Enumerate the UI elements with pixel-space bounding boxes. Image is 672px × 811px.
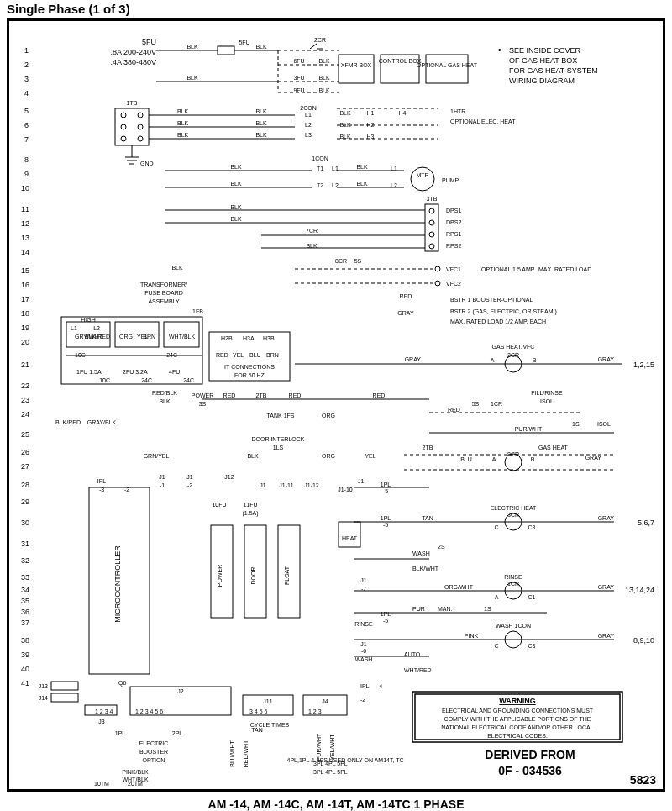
- svg-text:J4: J4: [322, 698, 328, 704]
- row-numbers-left: 1 2 3 4 5 6 7 8 9 10 11 12 13 14 15 16 1…: [21, 46, 29, 687]
- ipl-right: [354, 487, 614, 656]
- svg-text:18: 18: [21, 309, 29, 318]
- svg-text:BLK: BLK: [255, 120, 267, 126]
- svg-point-119: [411, 167, 434, 191]
- svg-text:-7: -7: [361, 586, 366, 592]
- svg-text:ISOL: ISOL: [597, 421, 611, 427]
- svg-text:22: 22: [21, 382, 29, 390]
- svg-text:H1: H1: [367, 110, 375, 116]
- svg-text:.4A 380-480V: .4A 380-480V: [110, 58, 156, 66]
- svg-text:ORG: ORG: [119, 334, 133, 340]
- derived-from-value: 0F - 034536: [498, 764, 562, 777]
- svg-text:RED/WHT: RED/WHT: [243, 740, 249, 767]
- svg-text:HEAT: HEAT: [342, 535, 358, 541]
- svg-text:23: 23: [21, 396, 29, 404]
- svg-text:WHT/RED: WHT/RED: [404, 667, 432, 673]
- svg-point-139: [429, 220, 434, 225]
- svg-text:PINK/BLK: PINK/BLK: [122, 769, 149, 775]
- svg-text:14: 14: [21, 248, 29, 256]
- svg-text:5S: 5S: [354, 258, 362, 264]
- svg-text:12: 12: [21, 219, 29, 228]
- svg-text:J1-12: J1-12: [304, 482, 319, 488]
- svg-text:FOR GAS HEAT SYSTEM: FOR GAS HEAT SYSTEM: [509, 66, 598, 75]
- svg-text:A: A: [492, 456, 496, 462]
- svg-text:24C: 24C: [183, 377, 194, 383]
- svg-text:6: 6: [24, 121, 29, 129]
- svg-text:HIGH: HIGH: [81, 317, 96, 323]
- svg-text:L1: L1: [71, 325, 77, 331]
- svg-text:BLK: BLK: [247, 453, 259, 459]
- svg-point-79: [138, 113, 143, 118]
- svg-text:BLK: BLK: [255, 44, 267, 50]
- ref-30: 5,6,7: [638, 519, 654, 527]
- svg-text:BLK: BLK: [339, 110, 351, 116]
- svg-text:41: 41: [21, 679, 29, 687]
- ref-21: 1,2,15: [633, 361, 654, 369]
- svg-text:2CR: 2CR: [314, 37, 326, 43]
- svg-text:11: 11: [21, 205, 29, 213]
- svg-text:38: 38: [21, 636, 29, 645]
- svg-text:WASH: WASH: [355, 656, 373, 662]
- svg-text:BLK: BLK: [230, 164, 242, 170]
- svg-text:OPTION: OPTION: [143, 757, 165, 763]
- svg-text:A: A: [491, 357, 495, 363]
- svg-text:RINSE: RINSE: [504, 574, 522, 580]
- svg-text:ORG: ORG: [322, 413, 335, 419]
- svg-rect-133: [425, 204, 438, 251]
- svg-text:L2: L2: [332, 182, 339, 188]
- svg-text:3S: 3S: [199, 401, 207, 407]
- svg-text:7CR: 7CR: [306, 228, 318, 234]
- svg-text:GRN/YEL: GRN/YEL: [144, 453, 170, 459]
- svg-text:RED: RED: [400, 293, 412, 299]
- svg-point-141: [429, 244, 434, 249]
- svg-text:-6: -6: [361, 648, 366, 654]
- svg-text:BRN: BRN: [143, 334, 155, 340]
- svg-text:MAN.: MAN.: [438, 606, 453, 612]
- svg-text:.8A 200-240V: .8A 200-240V: [110, 48, 156, 56]
- svg-text:ELECTRICAL CODES.: ELECTRICAL CODES.: [487, 733, 548, 739]
- svg-point-80: [121, 124, 126, 129]
- svg-text:BLK: BLK: [339, 134, 351, 140]
- svg-text:1FB: 1FB: [192, 308, 203, 314]
- svg-text:GRAY: GRAY: [598, 633, 615, 639]
- svg-text:32: 32: [21, 556, 29, 565]
- svg-text:MAX. RATED LOAD 1/2 AMP, EACH: MAX. RATED LOAD 1/2 AMP, EACH: [450, 319, 546, 324]
- svg-text:9: 9: [24, 170, 29, 178]
- top-rows: [156, 44, 468, 92]
- svg-rect-60: [339, 55, 374, 83]
- svg-text:BLK: BLK: [339, 122, 351, 128]
- svg-text:XFMR BOX: XFMR BOX: [341, 62, 372, 68]
- svg-text:2TB: 2TB: [423, 445, 433, 450]
- svg-text:L2: L2: [391, 182, 397, 188]
- svg-text:YEL: YEL: [233, 352, 244, 358]
- svg-text:35: 35: [21, 597, 29, 605]
- svg-text:OF GAS HEAT BOX: OF GAS HEAT BOX: [509, 56, 577, 65]
- svg-text:PUMP: PUMP: [442, 177, 459, 183]
- svg-text:BRN: BRN: [266, 352, 279, 358]
- svg-text:ELECTRIC HEAT: ELECTRIC HEAT: [491, 505, 537, 511]
- fuse-header: 5FU .8A 200-240V .4A 380-480V: [110, 38, 156, 66]
- svg-text:BLK: BLK: [318, 58, 330, 64]
- svg-rect-77: [115, 108, 149, 145]
- svg-text:J12: J12: [224, 474, 234, 480]
- svg-text:BLK: BLK: [177, 120, 189, 126]
- svg-text:H2: H2: [367, 122, 375, 128]
- svg-text:FUSE BOARD: FUSE BOARD: [144, 290, 183, 296]
- svg-text:YEL/WHT: YEL/WHT: [329, 734, 335, 761]
- svg-text:8CR: 8CR: [507, 451, 519, 457]
- svg-rect-50: [218, 46, 234, 55]
- svg-text:5S: 5S: [472, 401, 480, 407]
- svg-text:•: •: [498, 45, 501, 55]
- svg-text:RED: RED: [373, 392, 386, 398]
- svg-text:5FU: 5FU: [239, 39, 249, 45]
- svg-text:PINK: PINK: [465, 633, 479, 639]
- wiring-diagram-svg: 1 2 3 4 5 6 7 8 9 10 11 12 13 14 15 16 1…: [9, 21, 663, 789]
- svg-text:BLK: BLK: [255, 108, 267, 114]
- svg-text:BLK/RED: BLK/RED: [55, 419, 81, 425]
- svg-text:8CR: 8CR: [335, 258, 347, 264]
- svg-text:H3A: H3A: [243, 335, 255, 341]
- svg-text:IPL: IPL: [97, 478, 107, 484]
- svg-rect-316: [51, 682, 78, 690]
- svg-text:L2: L2: [305, 122, 312, 128]
- svg-text:H3: H3: [367, 134, 375, 140]
